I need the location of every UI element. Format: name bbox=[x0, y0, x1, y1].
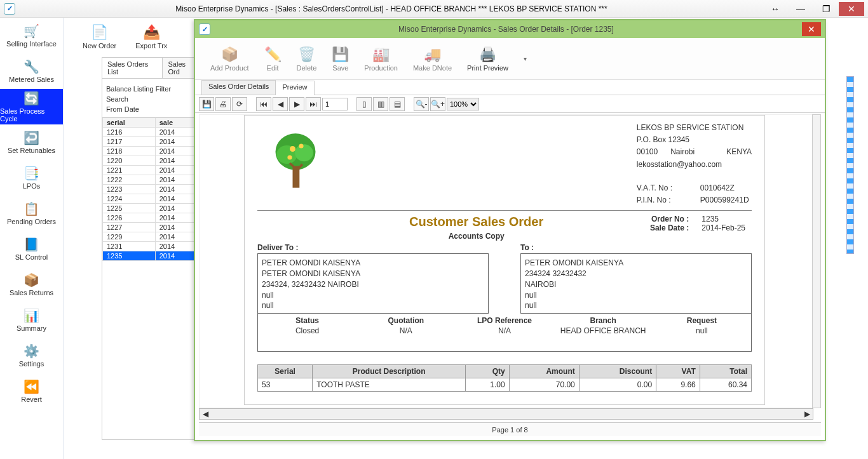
company-logo-icon bbox=[257, 122, 334, 204]
sales-order-dialog: Misoo Enterprise Dynamics - Sales Order … bbox=[194, 19, 826, 441]
company-city: Nairobi bbox=[670, 146, 695, 158]
next-page-icon[interactable]: ▶ bbox=[289, 97, 304, 111]
page-number-input[interactable] bbox=[322, 98, 348, 110]
table-row[interactable]: 12262014 bbox=[103, 213, 203, 223]
toolbar-production[interactable]: 🏭Production bbox=[364, 46, 398, 72]
company-post: 00100 bbox=[637, 146, 658, 158]
single-page-icon[interactable]: ▯ bbox=[356, 97, 372, 111]
sidebar-item-label: Sales Process Cycle bbox=[0, 107, 63, 123]
table-row[interactable]: 12352014 bbox=[103, 251, 203, 261]
sidebar-item-metered-sales[interactable]: 🔧Metered Sales bbox=[0, 53, 63, 89]
close-button[interactable]: ✕ bbox=[839, 2, 864, 16]
sidebar-item-label: LPOs bbox=[23, 182, 41, 190]
sidebar-item-label: Pending Orders bbox=[7, 218, 56, 225]
dialog-titlebar: Misoo Enterprise Dynamics - Sales Order … bbox=[195, 20, 825, 38]
table-row[interactable]: 12222014 bbox=[103, 175, 203, 185]
status-grid: StatusQuotationLPO ReferenceBranchReques… bbox=[257, 314, 752, 352]
company-country: KENYA bbox=[726, 146, 752, 158]
toolbar-new-order[interactable]: 📄New Order bbox=[83, 24, 116, 50]
table-row[interactable]: 12202014 bbox=[103, 156, 203, 166]
zoom-in-icon[interactable]: 🔍+ bbox=[430, 97, 445, 111]
sidebar-item-sales-returns[interactable]: 📦Sales Returns bbox=[0, 267, 63, 302]
table-row[interactable]: 12312014 bbox=[103, 242, 203, 251]
toolbar-print-preview[interactable]: 🖨️Print Preview bbox=[467, 46, 508, 72]
sale-date-value: 2014-Feb-25 bbox=[702, 223, 745, 232]
table-row[interactable]: 12232014 bbox=[103, 185, 203, 194]
orders-table[interactable]: serial sale 1216201412172014121820141220… bbox=[102, 117, 203, 261]
toolbar-delete[interactable]: 🗑️Delete bbox=[297, 46, 317, 72]
app-title: Misoo Enterprise Dynamics - [Sales : Sal… bbox=[20, 4, 763, 13]
prev-page-icon[interactable]: ◀ bbox=[273, 97, 288, 111]
pin-value: P000599241D bbox=[700, 194, 749, 206]
sidebar-icon: 🔄 bbox=[23, 91, 41, 106]
deliver-to-box: PETER OMONDI KAISENYAPETER OMONDI KAISEN… bbox=[257, 253, 489, 314]
sidebar-item-summary[interactable]: 📊Summary bbox=[0, 302, 63, 338]
first-page-icon[interactable]: ⏮ bbox=[256, 97, 271, 111]
deliver-to-label: Deliver To : bbox=[257, 243, 489, 252]
continuous-icon[interactable]: ▤ bbox=[390, 97, 405, 111]
scroll-right-icon[interactable]: ▶ bbox=[801, 409, 813, 418]
from-date-label: From Date bbox=[106, 105, 199, 113]
maximize-button[interactable]: ❐ bbox=[813, 2, 839, 16]
multi-page-icon[interactable]: ▥ bbox=[373, 97, 388, 111]
toolbar-edit[interactable]: ✏️Edit bbox=[264, 46, 281, 72]
tab-sales-order-details[interactable]: Sales Order Details bbox=[201, 80, 276, 95]
table-row[interactable]: 12172014 bbox=[103, 137, 203, 147]
last-page-icon[interactable]: ⏭ bbox=[306, 97, 321, 111]
horizontal-scrollbar[interactable]: ◀ ▶ bbox=[199, 408, 813, 420]
table-row[interactable]: 12162014 bbox=[103, 128, 203, 137]
line-items: SerialProduct DescriptionQtyAmountDiscou… bbox=[257, 364, 752, 392]
dropdown-icon[interactable]: ▾ bbox=[524, 55, 527, 62]
tab-sales-orders-list[interactable]: Sales Orders List bbox=[102, 58, 163, 78]
dialog-footer: Page 1 of 8 bbox=[199, 422, 821, 436]
minimize-button[interactable]: — bbox=[788, 2, 813, 16]
scroll-left-icon[interactable]: ◀ bbox=[200, 409, 211, 418]
tab-preview[interactable]: Preview bbox=[275, 81, 314, 95]
toolbar-export-trx[interactable]: 📤Export Trx bbox=[135, 24, 167, 50]
sidebar-item-selling-interface[interactable]: 🛒Selling Interface bbox=[0, 18, 63, 53]
sidebar-item-pending-orders[interactable]: 📋Pending Orders bbox=[0, 196, 63, 231]
search-label: Search bbox=[106, 95, 199, 103]
sidebar-item-lpos[interactable]: 📑LPOs bbox=[0, 160, 63, 196]
sidebar-item-set-retunables[interactable]: ↩️Set Retunables bbox=[0, 124, 63, 160]
sidebar-item-sales-process-cycle[interactable]: 🔄Sales Process Cycle bbox=[0, 89, 63, 124]
pin-label: P.I.N. No : bbox=[637, 194, 688, 206]
toolbar-make-dnote[interactable]: 🚚Make DNote bbox=[413, 46, 452, 72]
sidebar-icon: 📘 bbox=[23, 237, 41, 252]
company-email: lekosstation@yahoo.com bbox=[637, 159, 752, 171]
viewer-toolbar: 💾 🖨 ⟳ ⏮ ◀ ▶ ⏭ ▯ ▥ ▤ 🔍- 🔍+ 100% bbox=[195, 95, 825, 113]
sidebar-icon: ⏪ bbox=[23, 379, 41, 394]
toolbar-add-product[interactable]: 📦Add Product bbox=[210, 46, 249, 72]
sidebar-icon: 📋 bbox=[23, 201, 41, 216]
svg-point-4 bbox=[299, 143, 303, 148]
vertical-scrollbar[interactable] bbox=[812, 114, 821, 408]
print-icon[interactable]: 🖨 bbox=[215, 97, 231, 111]
table-row[interactable]: 12242014 bbox=[103, 194, 203, 204]
table-row[interactable]: 12252014 bbox=[103, 204, 203, 213]
sidebar-item-sl-control[interactable]: 📘SL Control bbox=[0, 231, 63, 267]
zoom-select[interactable]: 100% bbox=[447, 98, 479, 110]
table-row[interactable]: 12292014 bbox=[103, 232, 203, 242]
table-row[interactable]: 12272014 bbox=[103, 223, 203, 232]
refresh-icon[interactable]: ⟳ bbox=[232, 97, 247, 111]
sidebar-item-label: Revert bbox=[21, 396, 41, 403]
zoom-out-icon[interactable]: 🔍- bbox=[414, 97, 429, 111]
swap-button[interactable]: ↔ bbox=[763, 2, 788, 16]
save-icon[interactable]: 💾 bbox=[199, 97, 214, 111]
dialog-close-button[interactable]: ✕ bbox=[802, 22, 821, 36]
sidebar-icon: 📦 bbox=[23, 272, 41, 288]
col-serial[interactable]: serial bbox=[103, 118, 156, 128]
svg-point-5 bbox=[287, 155, 292, 159]
toolbar-save[interactable]: 💾Save bbox=[332, 46, 349, 72]
table-row[interactable]: 12182014 bbox=[103, 147, 203, 156]
sidebar-item-label: Selling Interface bbox=[6, 40, 57, 48]
sidebar-item-revert[interactable]: ⏪Revert bbox=[0, 373, 63, 409]
sidebar-item-settings[interactable]: ⚙️Settings bbox=[0, 338, 63, 373]
left-sidebar: 🛒Selling Interface🔧Metered Sales🔄Sales P… bbox=[0, 18, 64, 459]
sidebar-icon: 📑 bbox=[23, 166, 41, 181]
svg-point-2 bbox=[295, 144, 313, 161]
table-row[interactable]: 12212014 bbox=[103, 166, 203, 175]
to-label: To : bbox=[520, 243, 752, 252]
company-name: LEKOS BP SERVICE STATION bbox=[637, 122, 752, 134]
app-logo-icon bbox=[4, 3, 15, 15]
